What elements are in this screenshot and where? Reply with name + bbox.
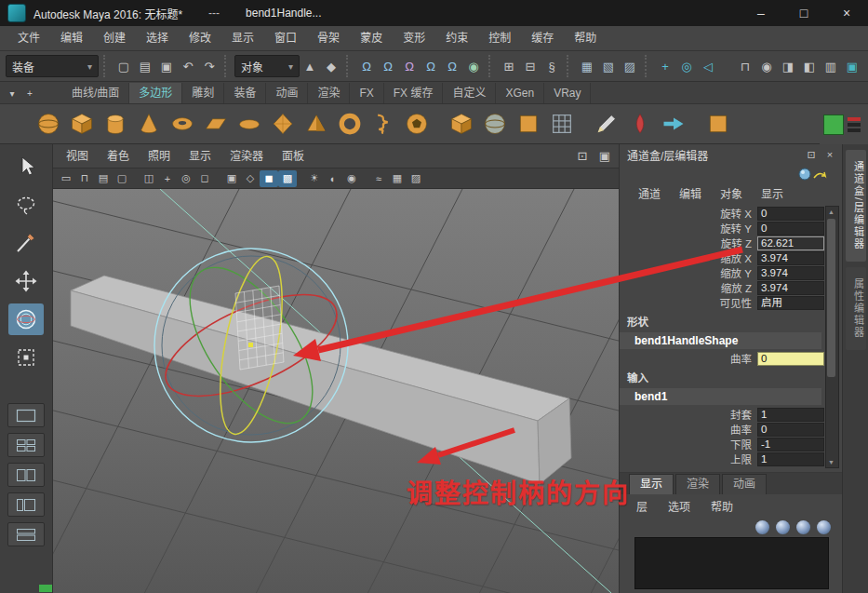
rotate-tool-button[interactable] <box>8 303 44 335</box>
channel-value[interactable]: 0 <box>757 352 824 366</box>
channel-label[interactable]: 缩放 X <box>620 250 757 265</box>
statusline-separator[interactable] <box>224 55 230 77</box>
shelf-tab-switch-icon[interactable]: ▾ <box>4 85 20 101</box>
menu-set-selector[interactable]: 装备 ▾ <box>6 55 99 77</box>
input-connections-icon[interactable]: ⊞ <box>499 56 519 76</box>
output-connections-icon[interactable]: ⊟ <box>520 56 541 76</box>
shelf-tab[interactable]: 自定义 <box>443 83 496 103</box>
poly-sphere-icon[interactable] <box>32 106 65 142</box>
manip-indicator-icon[interactable] <box>797 167 829 182</box>
vp-ao-icon[interactable]: ◉ <box>342 170 361 187</box>
tool-settings-toggle-icon[interactable]: ◧ <box>799 56 820 76</box>
shelf-tab[interactable]: 装备 <box>224 83 266 103</box>
channel-box-toggle-icon[interactable]: ▥ <box>821 56 841 76</box>
quad-draw-icon[interactable] <box>701 106 735 142</box>
snap-to-grid-icon[interactable]: Ω <box>356 56 377 76</box>
menubar-item[interactable]: 骨架 <box>307 26 350 51</box>
statusline-separator[interactable] <box>103 55 109 77</box>
vp-textured-icon[interactable]: ▩ <box>278 170 297 187</box>
save-scene-icon[interactable]: ▣ <box>156 56 177 76</box>
symmetry-icon[interactable]: ◁ <box>698 56 718 76</box>
menubar-item[interactable]: 显示 <box>221 26 264 51</box>
modeling-toolkit-toggle-icon[interactable]: ▣ <box>842 56 862 76</box>
poly-disc-icon[interactable] <box>233 106 266 142</box>
layer-editor-menu-item[interactable]: 层 <box>629 498 655 514</box>
render-current-frame-icon[interactable]: ▦ <box>577 56 597 76</box>
snap-to-point-icon[interactable]: Ω <box>399 56 420 76</box>
channel-value[interactable]: 启用 <box>757 296 824 310</box>
layout-hypershade-persp-button[interactable] <box>7 522 45 546</box>
vp-maximize-icon[interactable]: ▣ <box>594 146 615 167</box>
menubar-item[interactable]: 创建 <box>93 26 136 51</box>
menubar-item[interactable]: 变形 <box>393 26 435 51</box>
channel-value[interactable]: 0 <box>757 207 824 221</box>
channel-value[interactable]: 3.974 <box>757 251 824 265</box>
layout-four-pane-button[interactable] <box>7 433 45 457</box>
attribute-editor-toggle-icon[interactable]: ◨ <box>778 56 798 76</box>
menubar-item[interactable]: 选择 <box>136 26 179 51</box>
vp-camera-select-icon[interactable]: ▭ <box>57 170 75 187</box>
viewport-menu-item[interactable]: 渲染器 <box>220 144 273 168</box>
channel-value[interactable]: 3.974 <box>757 266 824 280</box>
maximize-button[interactable]: □ <box>782 0 825 26</box>
undo-icon[interactable]: ↶ <box>178 56 198 76</box>
shelf-tab[interactable]: 曲线/曲面 <box>62 83 129 103</box>
channel-label[interactable]: 缩放 Y <box>620 265 757 280</box>
lasso-tool-button[interactable] <box>8 189 44 221</box>
snap-to-curve-icon[interactable]: Ω <box>378 56 398 76</box>
make-live-icon[interactable]: ◉ <box>463 56 484 76</box>
poly-platonic-icon[interactable] <box>266 106 300 142</box>
shelf-tab[interactable]: FX 缓存 <box>384 83 444 103</box>
vp-wireframe-icon[interactable]: ◇ <box>241 170 260 187</box>
ipr-render-icon[interactable]: ▧ <box>598 56 619 76</box>
channel-box-menu-item[interactable]: 显示 <box>754 185 791 201</box>
scroll-down-icon[interactable]: ▼ <box>826 457 836 467</box>
poly-soccerball-icon[interactable] <box>400 106 434 142</box>
scroll-up-icon[interactable]: ▲ <box>826 207 836 217</box>
vp-camera-lock-icon[interactable]: ⊓ <box>75 170 94 187</box>
lock-selection-icon[interactable]: ⊓ <box>735 56 755 76</box>
channel-value[interactable]: 62.621 <box>757 236 824 250</box>
paint-select-tool-button[interactable] <box>8 227 44 259</box>
snap-to-plane-icon[interactable]: Ω <box>421 56 441 76</box>
poly-plane-icon[interactable] <box>199 106 233 142</box>
vp-bookmarks-icon[interactable]: ▢ <box>113 170 131 187</box>
menubar-item[interactable]: 蒙皮 <box>350 26 393 51</box>
shelf-tab[interactable]: XGen <box>496 83 544 103</box>
poly-cylinder-icon[interactable] <box>99 106 132 142</box>
menubar-item[interactable]: 缓存 <box>521 26 564 51</box>
channel-label[interactable]: 下限 <box>620 437 757 451</box>
vp-image-plane-icon[interactable]: ◫ <box>140 170 158 187</box>
statusline-separator[interactable] <box>567 55 572 77</box>
channel-label[interactable]: 旋转 X <box>620 206 757 221</box>
select-tool-button[interactable] <box>8 151 44 182</box>
channel-value[interactable]: 0 <box>757 222 824 236</box>
close-panel-icon[interactable]: × <box>821 147 838 162</box>
snap-together-icon[interactable]: + <box>655 56 675 76</box>
shelf-tab[interactable]: VRay <box>544 83 591 103</box>
vp-lights-icon[interactable]: ☀ <box>305 170 324 187</box>
vp-2d-pan-zoom-icon[interactable]: + <box>158 170 177 187</box>
menubar-item[interactable]: 文件 <box>7 26 50 51</box>
layer-new-from-selected-icon[interactable] <box>776 520 790 534</box>
construction-history-icon[interactable]: § <box>541 56 562 76</box>
layer-editor-menu-item[interactable]: 选项 <box>661 498 698 514</box>
render-settings-icon[interactable]: ▨ <box>620 56 640 76</box>
channel-value[interactable]: 1 <box>757 452 824 466</box>
close-button[interactable]: × <box>825 0 868 26</box>
curve-pencil-icon[interactable] <box>590 106 623 142</box>
channel-box-menu-item[interactable]: 对象 <box>713 185 750 201</box>
selection-mask-selector[interactable]: 对象 ▾ <box>234 55 300 77</box>
shape-node-name[interactable]: bend1HandleShape <box>620 332 821 349</box>
shelf-tab[interactable]: 多边形 <box>129 83 182 103</box>
channelbox-scrollbar[interactable]: ▲ ▼ <box>825 206 839 468</box>
viewport-menu-item[interactable]: 面板 <box>273 144 314 168</box>
open-scene-icon[interactable]: ▤ <box>135 56 155 76</box>
layout-two-pane-button[interactable] <box>7 463 45 487</box>
layout-single-pane-button[interactable] <box>7 403 45 427</box>
vp-multisample-icon[interactable]: ▦ <box>388 170 407 187</box>
channel-label[interactable]: 旋转 Y <box>620 221 757 236</box>
select-by-hierarchy-icon[interactable]: ▲ <box>300 56 320 76</box>
transfer-attributes-icon[interactable] <box>657 106 690 142</box>
mirror-geometry-icon[interactable] <box>512 106 545 142</box>
